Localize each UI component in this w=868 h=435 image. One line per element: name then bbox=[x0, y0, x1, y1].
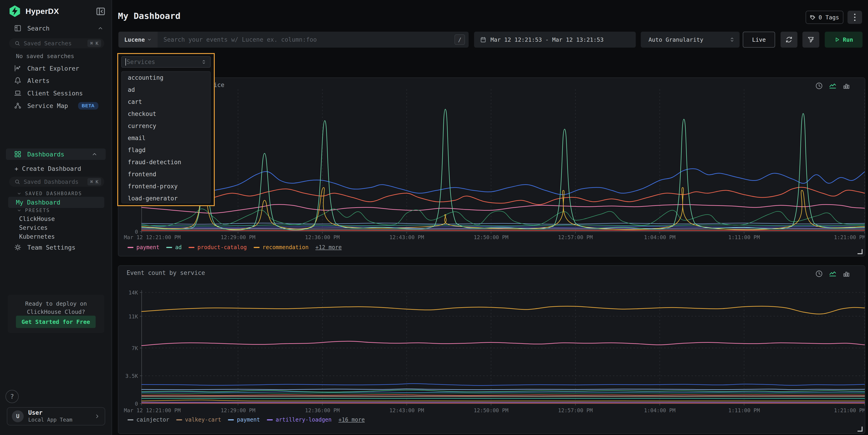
help-button[interactable]: ? bbox=[5, 390, 19, 403]
sidebar-item-service-map[interactable]: Service Map BETA bbox=[0, 100, 112, 111]
legend-label: valkey-cart bbox=[185, 416, 221, 423]
refresh-icon bbox=[785, 36, 793, 43]
event-search-input[interactable] bbox=[158, 36, 469, 43]
preset-label: ClickHouse bbox=[19, 215, 55, 222]
svg-text:1:21:00 PM: 1:21:00 PM bbox=[834, 407, 865, 413]
dashboard-menu-button[interactable] bbox=[847, 11, 862, 24]
live-button[interactable]: Live bbox=[743, 32, 775, 48]
chevron-right-icon bbox=[94, 413, 100, 419]
service-option[interactable]: email bbox=[122, 132, 210, 144]
line-chart-1[interactable]: Mar 12 12:21:00 PM12:29:00 PM12:36:00 PM… bbox=[118, 78, 865, 256]
hyperdx-app: HyperDX Search ⌘ K No saved searches Cha… bbox=[0, 0, 868, 435]
sidebar-item-my-dashboard[interactable]: My Dashboard bbox=[8, 197, 104, 208]
legend-more-link[interactable]: +16 more bbox=[338, 416, 365, 423]
legend-entry: product-catalog bbox=[189, 244, 247, 251]
dashboards-grid-icon bbox=[14, 151, 22, 158]
services-filter-input[interactable]: Services bbox=[121, 56, 211, 68]
tags-button[interactable]: 0 Tags bbox=[806, 11, 843, 24]
section-header-label: PRESETS bbox=[25, 208, 50, 213]
legend-color-dash bbox=[176, 419, 182, 421]
slash-shortcut: / bbox=[455, 34, 465, 45]
get-started-button[interactable]: Get Started for Free bbox=[16, 316, 96, 328]
saved-searches-search[interactable]: ⌘ K bbox=[9, 38, 104, 48]
date-range-value: Mar 12 12:21:53 - Mar 12 13:21:53 bbox=[491, 36, 603, 43]
sidebar-item-label: Alerts bbox=[27, 77, 50, 84]
logo[interactable]: HyperDX bbox=[8, 5, 59, 18]
saved-dashboards-input[interactable] bbox=[23, 178, 84, 185]
presets-section-header[interactable]: PRESETS bbox=[17, 208, 50, 213]
user-menu[interactable]: U User Local App Team bbox=[7, 407, 105, 426]
chart-panel-2: Event count by service Mar 12 12:21:00 P… bbox=[118, 265, 865, 434]
search-icon bbox=[14, 40, 20, 46]
event-search-input-wrap: / bbox=[158, 32, 469, 48]
chart-legend: paymentadproduct-catalogrecommendation+1… bbox=[127, 244, 342, 251]
sidebar-item-chart-explorer[interactable]: Chart Explorer bbox=[0, 63, 112, 74]
sidebar-item-clickhouse[interactable]: ClickHouse bbox=[19, 215, 55, 222]
no-saved-searches-text: No saved searches bbox=[16, 53, 74, 59]
bell-icon bbox=[14, 77, 22, 84]
service-option[interactable]: load-generator bbox=[122, 192, 210, 204]
preset-label: Services bbox=[19, 224, 48, 231]
legend-label: payment bbox=[136, 244, 159, 251]
sidebar-item-services[interactable]: Services bbox=[19, 224, 48, 231]
legend-label: ad bbox=[175, 244, 182, 251]
svg-text:Mar 12 12:21:00 PM: Mar 12 12:21:00 PM bbox=[124, 235, 181, 240]
event-search-bar: Lucene / bbox=[118, 32, 469, 48]
services-placeholder: Services bbox=[127, 59, 155, 65]
sidebar-collapse-icon[interactable] bbox=[96, 6, 106, 17]
saved-dashboards-section-header[interactable]: SAVED DASHBOARDS bbox=[17, 191, 82, 196]
service-option[interactable]: flagd bbox=[122, 144, 210, 156]
search-icon bbox=[14, 179, 20, 184]
line-chart-2[interactable]: Mar 12 12:21:00 PM12:29:00 PM12:36:00 PM… bbox=[118, 266, 865, 433]
panel-resize-handle[interactable] bbox=[858, 427, 863, 432]
service-option[interactable]: fraud-detection bbox=[122, 156, 210, 168]
service-option[interactable]: currency bbox=[122, 120, 210, 132]
sidebar-item-client-sessions[interactable]: Client Sessions bbox=[0, 88, 112, 99]
svg-text:12:43:00 PM: 12:43:00 PM bbox=[390, 407, 424, 413]
legend-entry: valkey-cart bbox=[176, 416, 221, 423]
svg-text:1:11:00 PM: 1:11:00 PM bbox=[728, 407, 760, 413]
saved-searches-input[interactable] bbox=[23, 40, 84, 47]
preset-label: Kubernetes bbox=[19, 233, 55, 240]
service-option[interactable]: frontend-proxy bbox=[122, 180, 210, 192]
sidebar-item-dashboards[interactable]: Dashboards bbox=[6, 149, 106, 160]
granularity-select[interactable]: Auto Granularity bbox=[641, 32, 740, 48]
hyperdx-logo-icon bbox=[8, 5, 22, 18]
sidebar-item-label: Search bbox=[27, 25, 50, 32]
query-language-select[interactable]: Lucene bbox=[118, 32, 158, 48]
svg-text:1:11:00 PM: 1:11:00 PM bbox=[728, 235, 760, 240]
create-dashboard-button[interactable]: + Create Dashboard bbox=[0, 163, 112, 174]
play-icon bbox=[834, 37, 840, 42]
service-map-icon bbox=[14, 102, 22, 109]
filters-button[interactable] bbox=[802, 32, 819, 48]
service-option[interactable]: accounting bbox=[122, 72, 210, 84]
legend-entry: payment bbox=[228, 416, 260, 423]
services-option-list: accounting ad cart checkout currency ema… bbox=[121, 71, 211, 204]
sidebar: HyperDX Search ⌘ K No saved searches Cha… bbox=[0, 0, 112, 435]
legend-color-dash bbox=[127, 419, 133, 421]
panel-resize-handle[interactable] bbox=[858, 249, 863, 254]
saved-dashboards-search[interactable]: ⌘ K bbox=[9, 177, 104, 187]
sidebar-item-alerts[interactable]: Alerts bbox=[0, 75, 112, 86]
live-button-label: Live bbox=[752, 36, 766, 43]
svg-text:12:57:00 PM: 12:57:00 PM bbox=[558, 235, 593, 240]
legend-entry: ad bbox=[166, 244, 182, 251]
svg-text:7K: 7K bbox=[132, 345, 138, 351]
legend-entry: payment bbox=[127, 244, 159, 251]
service-option[interactable]: cart bbox=[122, 96, 210, 108]
service-option[interactable]: frontend bbox=[122, 168, 210, 180]
sidebar-item-search[interactable]: Search bbox=[0, 23, 112, 34]
sidebar-item-kubernetes[interactable]: Kubernetes bbox=[19, 233, 55, 240]
laptop-icon bbox=[14, 90, 22, 97]
refresh-button[interactable] bbox=[781, 32, 798, 48]
sidebar-item-team-settings[interactable]: Team Settings bbox=[0, 242, 112, 253]
chevron-up-icon bbox=[97, 25, 103, 31]
legend-more-link[interactable]: +12 more bbox=[315, 244, 342, 251]
run-button[interactable]: Run bbox=[825, 32, 863, 48]
text-cursor bbox=[125, 58, 126, 66]
sidebar-item-label: Chart Explorer bbox=[27, 65, 79, 72]
service-option[interactable]: checkout bbox=[122, 108, 210, 120]
legend-label: payment bbox=[237, 416, 260, 423]
service-option[interactable]: ad bbox=[122, 84, 210, 96]
date-range-picker[interactable]: Mar 12 12:21:53 - Mar 12 13:21:53 bbox=[474, 32, 636, 48]
